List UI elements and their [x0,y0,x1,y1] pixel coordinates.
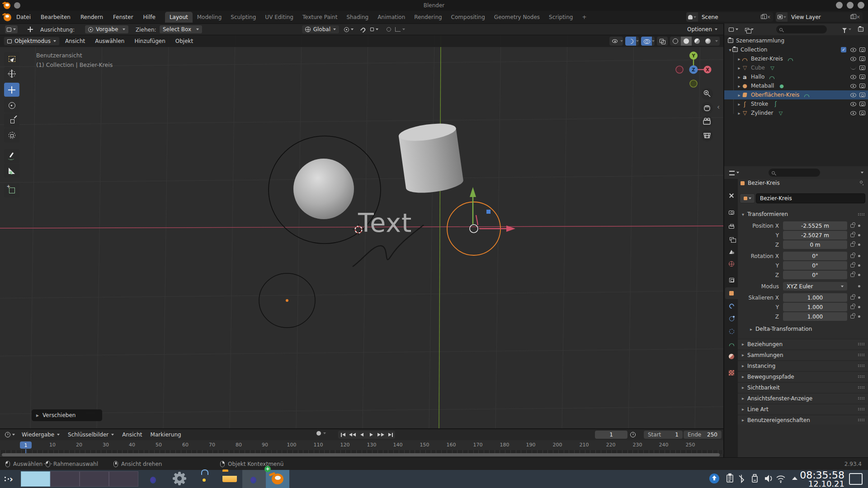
camera-icon[interactable] [859,56,865,61]
add-workspace-button[interactable]: + [577,12,591,23]
viewport-3d[interactable]: Y Z X Objektmodus Ansi [0,35,723,428]
lock-icon[interactable] [850,305,854,309]
scale-y-input[interactable]: 1.000 [783,303,847,311]
animate-dot-icon[interactable] [858,285,860,287]
panel-benutzereigenschaften[interactable]: ▸Benutzereigenschaften [738,415,868,425]
outliner-row-metaball[interactable]: ▸ ● Metaball ● [724,81,868,90]
eye-icon[interactable] [850,57,856,61]
menu-hilfe[interactable]: Hilfe [138,14,160,20]
blender-running-task[interactable]: + [266,470,289,488]
rotate-tool[interactable] [4,99,19,113]
tab-geometry-nodes[interactable]: Geometry Nodes [490,12,544,23]
outliner-filter-button[interactable] [840,25,854,34]
lock-icon[interactable] [850,273,854,277]
rotation-z-input[interactable]: 0° [783,271,847,279]
outliner-search-input[interactable] [776,25,827,33]
sphere-object[interactable] [293,159,354,219]
tab-animation[interactable]: Animation [373,12,410,23]
rotation-y-input[interactable]: 0° [783,261,847,270]
camera-view-button[interactable] [701,116,713,127]
tab-scene-properties[interactable] [725,246,738,258]
window-close-button[interactable] [858,2,864,9]
transform-panel-header[interactable]: ▾ Transformieren [738,210,868,219]
menu-datei[interactable]: Datei [11,14,36,20]
file-manager-icon[interactable] [222,471,238,487]
tab-physics-properties[interactable] [725,325,738,337]
shading-material-button[interactable] [692,37,703,46]
proportional-editing-icon[interactable] [384,25,394,34]
panel-drag-grip[interactable] [858,397,865,400]
timeline-menu-markierung[interactable]: Markierung [147,432,185,438]
animate-dot-icon[interactable] [858,244,860,246]
outliner-row-stroke[interactable]: ▸ ʃ Stroke ʃ [724,99,868,108]
cursor-tool[interactable] [4,67,19,81]
jump-to-start-button[interactable] [338,431,348,439]
current-frame-marker[interactable]: 1 [20,441,32,449]
tab-collection-properties[interactable] [725,274,738,286]
panel-bewegungspfade[interactable]: ▸Bewegungspfade [738,371,868,381]
tab-texture-properties[interactable] [725,367,738,379]
panel-drag-grip[interactable] [858,408,865,411]
animate-dot-icon[interactable] [858,255,860,257]
tab-object-properties[interactable] [725,287,738,299]
scale-tool[interactable] [4,113,19,127]
axis-negy-ball[interactable] [690,80,697,87]
gizmo-plane-handle[interactable] [486,210,491,214]
panel-sammlungen[interactable]: ▸Sammlungen [738,350,868,360]
outliner-row-cube[interactable]: ▸ ▽ Cube ▽ [724,63,868,72]
timeline-menu-ansicht[interactable]: Ansicht [118,432,146,438]
collapse-icon[interactable]: ▾ [728,47,732,52]
panel-drag-grip[interactable] [858,343,865,346]
view-layer-name[interactable]: View Layer [788,14,850,20]
timeline-ruler[interactable]: 1 10 20 30 40 50 60 70 80 90 100 110 120… [0,440,723,450]
snap-with-dropdown[interactable] [368,25,381,34]
eye-closed-icon[interactable] [850,66,856,70]
tab-tool-properties[interactable] [725,190,738,202]
outliner-row-hallo[interactable]: ▸ a Hallo [724,72,868,81]
collection-checkbox[interactable]: ✓ [841,47,846,52]
wifi-icon[interactable] [777,476,785,483]
outliner-row-zylinder[interactable]: ▸ ▽ Zylinder ▽ [724,108,868,117]
tab-compositing[interactable]: Compositing [447,12,490,23]
pager-desktop-2[interactable] [50,471,80,487]
menu-bearbeiten[interactable]: Bearbeiten [36,14,75,20]
pan-hand-button[interactable] [701,102,713,114]
camera-icon[interactable] [859,93,865,97]
expand-icon[interactable]: ▸ [737,111,741,116]
xray-toggle[interactable] [657,37,668,46]
shading-wireframe-button[interactable] [670,37,681,46]
camera-icon[interactable] [859,66,865,70]
expand-icon[interactable]: ▸ [737,102,741,107]
lock-icon[interactable] [850,315,854,319]
software-store-icon[interactable] [198,471,213,487]
zoom-button[interactable] [701,88,713,100]
play-button[interactable] [367,431,376,439]
animate-dot-icon[interactable] [858,274,860,276]
tab-layout[interactable]: Layout [165,12,193,23]
eye-icon[interactable] [850,93,856,97]
panel-instancing[interactable]: ▸Instancing [738,361,868,371]
properties-editor-dropdown[interactable] [727,168,741,177]
eye-icon[interactable] [850,111,856,115]
transform-tool[interactable] [4,128,19,142]
tab-object-data-properties[interactable] [725,338,738,350]
camera-icon[interactable] [859,102,865,106]
camera-icon[interactable] [859,111,865,115]
expand-icon[interactable]: ▸ [737,84,741,89]
show-overlays-toggle[interactable] [641,37,652,46]
panel-drag-grip[interactable] [858,364,865,367]
window-maximize-button[interactable] [847,2,854,9]
scene-selector[interactable]: Scene × [686,12,773,22]
tab-material-properties[interactable] [725,351,738,362]
blender-menu-icon[interactable] [4,14,11,21]
app-menu-icon[interactable]: › [5,474,16,484]
measure-tool[interactable] [4,164,19,178]
select-box-tool[interactable] [4,52,19,66]
clipboard-icon[interactable] [727,474,733,483]
animate-dot-icon[interactable] [858,264,860,267]
rotation-mode-dropdown[interactable]: XYZ Euler [783,282,847,291]
tab-scripting[interactable]: Scripting [544,12,577,23]
pager-desktop-1[interactable] [21,471,50,487]
tab-sculpting[interactable]: Sculpting [226,12,260,23]
timeline-scrollbar[interactable] [2,453,720,456]
